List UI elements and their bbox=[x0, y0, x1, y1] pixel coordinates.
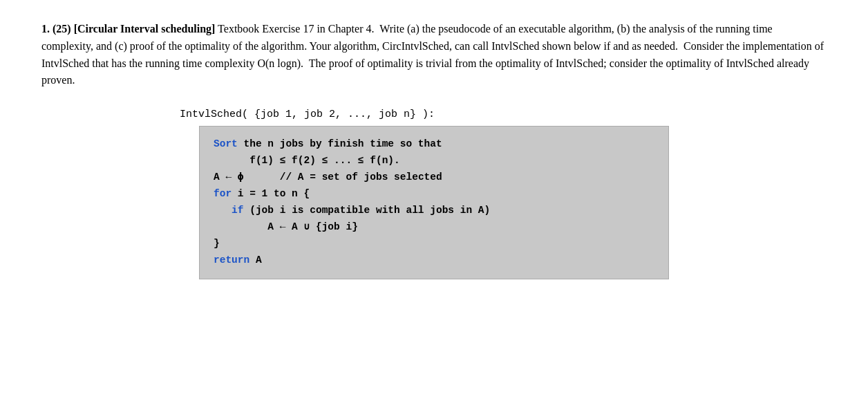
code-line-1-rest: the n jobs by finish time so that bbox=[238, 138, 442, 149]
problem-number: 1. (25) [Circular Interval scheduling] T… bbox=[41, 23, 824, 86]
problem-statement: 1. (25) [Circular Interval scheduling] T… bbox=[41, 21, 827, 89]
code-line-3: A ← ϕ // A = set of jobs selected bbox=[214, 169, 654, 186]
code-line-4: for i = 1 to n { bbox=[214, 186, 654, 203]
if-keyword: if bbox=[232, 205, 243, 216]
sort-keyword: Sort bbox=[214, 138, 238, 149]
a-keyword: A bbox=[214, 171, 220, 183]
code-line-6: A ← A ∪ {job i} bbox=[214, 219, 654, 236]
code-line-5-rest: (job i is compatible with all jobs in A) bbox=[244, 205, 491, 216]
code-line-5: if (job i is compatible with all jobs in… bbox=[214, 203, 654, 219]
code-line-2: f(1) ≤ f(2) ≤ ... ≤ f(n). bbox=[214, 153, 654, 169]
code-box: Sort the n jobs by finish time so that f… bbox=[199, 126, 669, 279]
code-line-4-rest: i = 1 to n { bbox=[232, 188, 310, 199]
code-line-8: return A bbox=[214, 252, 654, 269]
for-keyword: for bbox=[214, 188, 232, 199]
code-line-3-rest: ← ϕ // A = set of jobs selected bbox=[220, 171, 442, 183]
algorithm-section: IntvlSched( {job 1, job 2, ..., job n} )… bbox=[41, 109, 827, 279]
code-line-8-rest: A bbox=[249, 254, 261, 266]
code-line-7: } bbox=[214, 236, 654, 252]
return-keyword: return bbox=[214, 254, 249, 266]
code-line-1: Sort the n jobs by finish time so that bbox=[214, 136, 654, 153]
function-signature: IntvlSched( {job 1, job 2, ..., job n} )… bbox=[180, 109, 435, 120]
